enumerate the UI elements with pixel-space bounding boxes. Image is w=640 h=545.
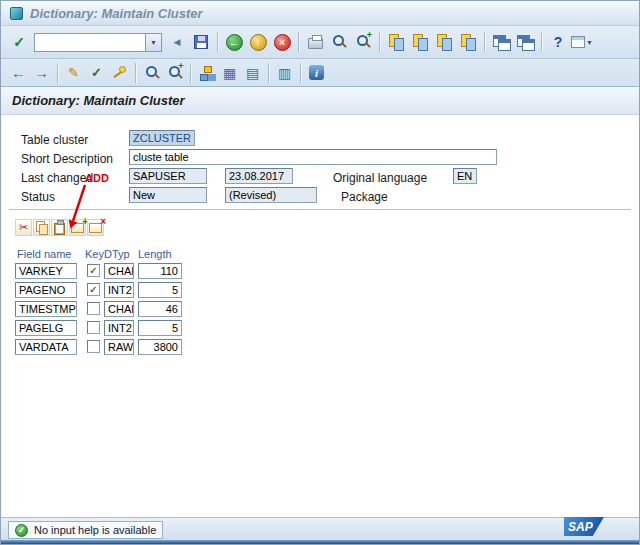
info-icon: i	[309, 65, 324, 80]
toolbar-separator	[190, 63, 191, 83]
short-description-label: Short Description	[21, 152, 113, 166]
delete-badge: ×	[100, 216, 106, 227]
table-cluster-field[interactable]: ZCLUSTER	[129, 130, 195, 146]
app-icon	[10, 7, 23, 20]
nav-back-icon: ←	[11, 64, 26, 81]
toolbar-separator	[298, 32, 299, 52]
display-change-button[interactable]: ✎	[63, 62, 84, 83]
standard-toolbar: ✓ ▼ ◀ ← ↑ × + ? ▼	[1, 26, 639, 59]
command-input[interactable]	[34, 33, 146, 52]
field-name-input[interactable]: PAGELG	[15, 320, 77, 336]
technical-settings-button[interactable]: ▤	[242, 62, 263, 83]
dtyp-input[interactable]: CHAR	[104, 301, 134, 317]
toolbar-separator	[135, 63, 136, 83]
find-next-icon: +	[355, 34, 371, 50]
new-session-button[interactable]	[490, 31, 512, 53]
application-toolbar: ← → ✎ ✓ + ▦ ▤ ▥ i	[1, 59, 639, 87]
short-description-field[interactable]: cluste table	[129, 149, 497, 165]
activate-button[interactable]	[109, 62, 130, 83]
analyze-button[interactable]	[141, 62, 162, 83]
back-button[interactable]: ←	[223, 31, 245, 53]
copy-button[interactable]	[33, 219, 50, 236]
key-checkbox[interactable]: ✓	[87, 283, 100, 296]
length-input[interactable]: 110	[138, 263, 182, 279]
cancel-icon: ×	[274, 34, 291, 51]
toolbar-separator	[484, 32, 485, 52]
create-shortcut-button[interactable]	[514, 31, 536, 53]
back-icon: ←	[226, 34, 243, 51]
field-name-input[interactable]: PAGENO	[15, 282, 77, 298]
layout-menu-button[interactable]: ▼	[571, 31, 593, 53]
length-input[interactable]: 46	[138, 301, 182, 317]
cancel-button[interactable]: ×	[271, 31, 293, 53]
table-contents-button[interactable]: ▦	[219, 62, 240, 83]
indexes-button[interactable]: ▥	[274, 62, 295, 83]
field-name-input[interactable]: TIMESTMP	[15, 301, 77, 317]
screen-title-bar: Dictionary: Maintain Cluster	[1, 87, 639, 115]
first-page-button[interactable]	[385, 31, 407, 53]
dtyp-input[interactable]: RAW	[104, 339, 134, 355]
key-checkbox[interactable]: ✓	[87, 264, 100, 277]
help-icon: ?	[554, 34, 563, 50]
hierarchy-button[interactable]	[196, 62, 217, 83]
length-input[interactable]: 5	[138, 282, 182, 298]
enter-check-icon: ✓	[13, 34, 25, 50]
save-button[interactable]	[190, 31, 212, 53]
enter-button[interactable]: ✓	[8, 31, 30, 53]
key-checkbox[interactable]	[87, 321, 100, 334]
last-changed-date-field[interactable]: 23.08.2017	[225, 168, 293, 184]
new-session-icon	[493, 35, 510, 50]
column-header-dtyp: DTyp	[104, 248, 130, 260]
field-name-input[interactable]: VARDATA	[15, 339, 77, 355]
last-page-button[interactable]	[457, 31, 479, 53]
sap-window: Dictionary: Maintain Cluster ✓ ▼ ◀ ← ↑ ×…	[0, 0, 640, 545]
nav-forward-button[interactable]: →	[31, 62, 52, 83]
last-page-icon	[461, 34, 476, 50]
toolbar-separator	[379, 32, 380, 52]
print-button[interactable]	[304, 31, 326, 53]
chevron-down-icon: ▼	[150, 39, 157, 46]
package-label: Package	[341, 190, 388, 204]
table-cluster-label: Table cluster	[21, 133, 88, 147]
cut-icon: ✂	[19, 221, 28, 234]
status-revised-field[interactable]: (Revised)	[225, 187, 317, 203]
original-language-field[interactable]: EN	[453, 168, 477, 184]
dtyp-input[interactable]: CHAR	[104, 263, 134, 279]
chevron-left-icon: ◀	[174, 37, 181, 47]
main-content: Table cluster ZCLUSTER Short Description…	[1, 115, 639, 517]
check-button[interactable]: ✓	[86, 62, 107, 83]
field-name-input[interactable]: VARKEY	[15, 263, 77, 279]
length-input[interactable]: 5	[138, 320, 182, 336]
screen-title: Dictionary: Maintain Cluster	[12, 93, 185, 108]
length-input[interactable]: 3800	[138, 339, 182, 355]
column-header-key: Key	[85, 248, 104, 260]
rows-grid-icon: ▤	[246, 65, 259, 81]
last-changed-user-field[interactable]: SAPUSER	[129, 168, 207, 184]
status-field[interactable]: New	[129, 187, 207, 203]
cut-button[interactable]: ✂	[15, 219, 32, 236]
help-button[interactable]: ?	[547, 31, 569, 53]
key-checkbox[interactable]	[87, 340, 100, 353]
command-dropdown-button[interactable]: ▼	[146, 33, 162, 52]
dtyp-input[interactable]: INT2	[104, 282, 134, 298]
collapse-button[interactable]: ◀	[166, 31, 188, 53]
previous-page-button[interactable]	[409, 31, 431, 53]
find-next-button[interactable]: +	[352, 31, 374, 53]
copy-icon	[36, 221, 48, 234]
key-checkbox[interactable]	[87, 302, 100, 315]
dtyp-input[interactable]: INT2	[104, 320, 134, 336]
window-titlebar: Dictionary: Maintain Cluster	[1, 1, 639, 26]
next-page-button[interactable]	[433, 31, 455, 53]
find-button[interactable]	[328, 31, 350, 53]
nav-back-button[interactable]: ←	[8, 62, 29, 83]
previous-page-icon	[413, 34, 428, 50]
exit-button[interactable]: ↑	[247, 31, 269, 53]
info-button[interactable]: i	[306, 62, 327, 83]
plus-badge: +	[367, 30, 372, 40]
where-used-button[interactable]: +	[164, 62, 185, 83]
toolbar-separator	[268, 63, 269, 83]
plus-badge: +	[178, 61, 183, 71]
where-used-icon: +	[167, 65, 183, 81]
toolbar-separator	[300, 63, 301, 83]
toolbar-separator	[57, 63, 58, 83]
